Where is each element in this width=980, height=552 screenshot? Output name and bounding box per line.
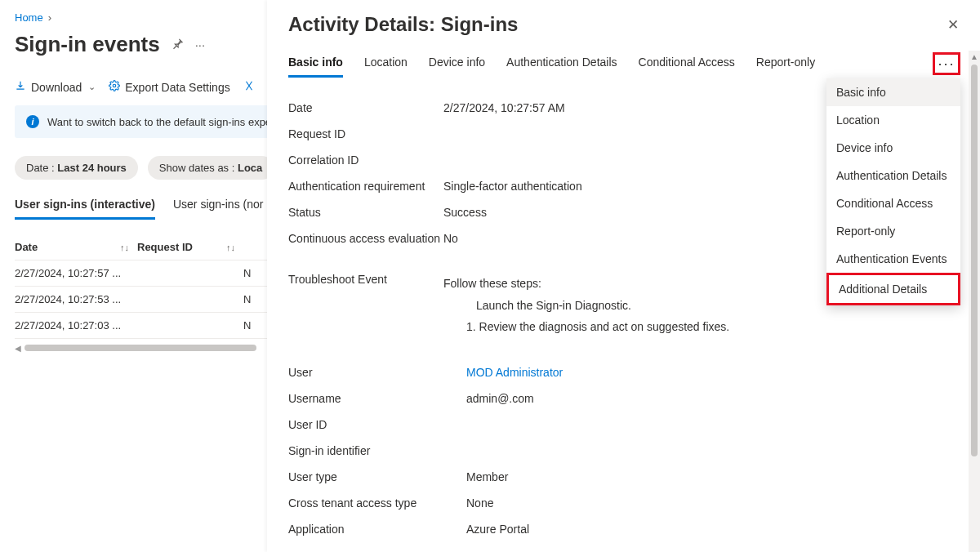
table-row[interactable]: 2/27/2024, 10:27:03 ... N — [15, 313, 268, 339]
tab-conditional-access[interactable]: Conditional Access — [639, 56, 735, 78]
label-troubleshoot: Troubleshoot Event — [288, 273, 443, 338]
label-auth-req: Authentication requirement — [288, 180, 443, 193]
menu-item-auth-details[interactable]: Authentication Details — [826, 162, 960, 189]
menu-item-location[interactable]: Location — [826, 106, 960, 134]
tool-icon[interactable] — [243, 80, 255, 94]
table-row[interactable]: 2/27/2024, 10:27:57 ... N — [15, 260, 268, 287]
tab-location[interactable]: Location — [364, 56, 408, 78]
label-signin-identifier: Sign-in identifier — [288, 444, 443, 457]
label-user-type: User type — [288, 470, 443, 483]
signins-table: Date ↑↓ Request ID ↑↓ 2/27/2024, 10:27:5… — [15, 234, 268, 352]
col-date[interactable]: Date — [15, 241, 38, 253]
label-user: User — [288, 366, 443, 379]
sort-icon[interactable]: ↑↓ — [226, 243, 235, 252]
panel-tabs: Basic info Location Device info Authenti… — [288, 56, 959, 78]
tab-report-only[interactable]: Report-only — [756, 56, 815, 78]
label-username: Username — [288, 392, 443, 405]
menu-item-basic-info[interactable]: Basic info — [826, 78, 960, 106]
table-row[interactable]: 2/27/2024, 10:27:53 ... N — [15, 287, 268, 313]
tab-auth-details[interactable]: Authentication Details — [506, 56, 617, 78]
filter-date[interactable]: Date : Last 24 hours — [15, 156, 138, 180]
menu-item-auth-events[interactable]: Authentication Events — [826, 245, 960, 273]
tabs-overflow-menu: Basic info Location Device info Authenti… — [826, 78, 960, 305]
menu-item-conditional-access[interactable]: Conditional Access — [826, 189, 960, 217]
horizontal-scrollbar[interactable]: ◀ — [15, 344, 260, 352]
download-icon — [15, 80, 26, 94]
breadcrumb-home[interactable]: Home — [15, 11, 43, 24]
label-user-id: User ID — [288, 418, 443, 431]
close-icon[interactable]: ✕ — [947, 16, 959, 33]
panel-title: Activity Details: Sign-ins — [288, 13, 518, 36]
menu-item-device-info[interactable]: Device info — [826, 134, 960, 162]
label-correlation-id: Correlation ID — [288, 154, 443, 167]
more-tabs-button[interactable]: ··· — [933, 52, 960, 75]
subtab-noninteractive[interactable]: User sign-ins (nor — [173, 198, 263, 220]
label-date: Date — [288, 101, 443, 114]
svg-point-0 — [114, 84, 117, 87]
more-icon[interactable]: ··· — [195, 38, 206, 51]
gear-icon — [109, 80, 120, 94]
menu-item-report-only[interactable]: Report-only — [826, 217, 960, 245]
col-request-id[interactable]: Request ID — [137, 241, 193, 253]
subtab-interactive[interactable]: User sign-ins (interactive) — [15, 198, 155, 220]
label-request-id: Request ID — [288, 127, 443, 140]
tab-basic-info[interactable]: Basic info — [288, 56, 343, 78]
label-application: Application — [288, 523, 443, 536]
breadcrumb-separator: › — [48, 11, 51, 24]
vertical-scrollbar[interactable]: ▲ — [969, 51, 980, 552]
activity-details-panel: Activity Details: Sign-ins ✕ Basic info … — [267, 0, 980, 552]
user-link[interactable]: MOD Administrator — [443, 366, 959, 379]
filter-show-dates[interactable]: Show dates as : Loca — [148, 156, 274, 180]
label-status: Status — [288, 206, 443, 219]
pin-icon[interactable] — [172, 38, 184, 52]
page-title: Sign-in events — [15, 32, 160, 57]
menu-item-additional-details[interactable]: Additional Details — [826, 273, 960, 305]
chevron-down-icon: ⌄ — [88, 82, 96, 92]
info-icon: i — [26, 115, 39, 128]
ellipsis-icon: ··· — [938, 56, 955, 73]
export-settings-button[interactable]: Export Data Settings — [109, 80, 229, 94]
label-cae: Continuous access evaluation — [288, 232, 443, 245]
tab-device-info[interactable]: Device info — [429, 56, 485, 78]
sort-icon[interactable]: ↑↓ — [120, 243, 129, 252]
label-cross-tenant: Cross tenant access type — [288, 496, 443, 510]
download-button[interactable]: Download ⌄ — [15, 80, 96, 94]
